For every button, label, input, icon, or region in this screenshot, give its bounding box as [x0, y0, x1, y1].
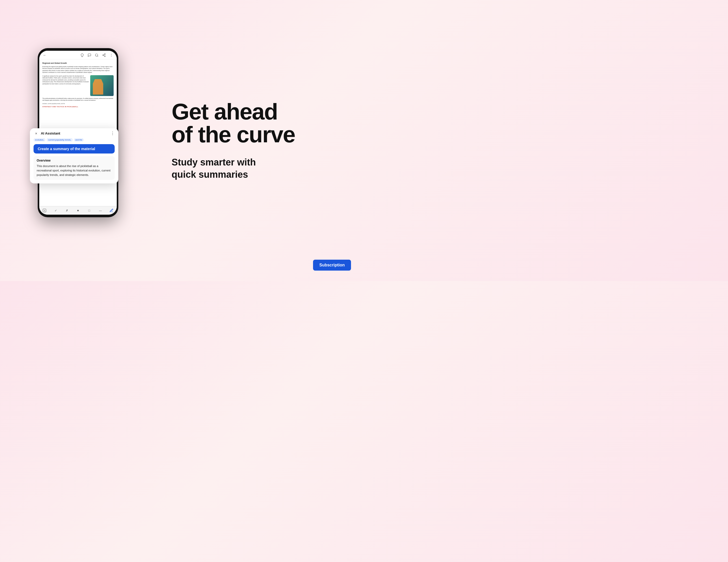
dash-icon[interactable]: —: [98, 208, 103, 213]
svg-point-2: [105, 54, 106, 55]
rect-icon[interactable]: □: [87, 208, 92, 213]
ai-close-button[interactable]: ×: [34, 131, 39, 136]
search-icon[interactable]: [94, 53, 99, 57]
overview-box: Overview This document is about the rise…: [34, 156, 115, 180]
dot-icon[interactable]: •: [75, 208, 81, 213]
headline-line1: Get ahead: [172, 99, 277, 124]
back-icon[interactable]: ←: [42, 53, 47, 57]
left-section: ←: [0, 0, 156, 281]
doc-two-col: A significant catalyst for the sport's g…: [42, 75, 114, 96]
doc-fade: [39, 196, 117, 206]
overview-title: Overview: [37, 159, 112, 162]
more-icon[interactable]: ⋮: [109, 53, 114, 57]
headline-line2: of the curve: [172, 121, 295, 147]
share-icon[interactable]: [102, 53, 106, 57]
text-icon[interactable]: A: [42, 208, 47, 213]
overview-text: This document is about the rise of pickl…: [37, 164, 112, 177]
doc-paragraph1: Examining the regional and global growth…: [42, 66, 114, 74]
headline: Get ahead of the curve: [172, 100, 343, 146]
doc-title: Regional and Global Growth: [42, 62, 114, 65]
ai-more-button[interactable]: ⋮: [111, 131, 115, 136]
pen-icon[interactable]: [109, 208, 114, 213]
doc-chips-text: evolution, current popularity trends, an…: [42, 103, 114, 105]
svg-point-0: [95, 54, 98, 56]
doc-paragraph2: A significant catalyst for the sport's g…: [42, 75, 89, 96]
ai-chip-1: evolution,: [34, 138, 45, 141]
right-section: Get ahead of the curve Study smarter wit…: [156, 0, 364, 281]
topbar-icons: ⋮: [80, 53, 114, 57]
highlight-icon[interactable]: [80, 53, 85, 57]
doc-image: [90, 75, 114, 96]
ai-chip-2: current popularity trends,: [47, 138, 73, 141]
ai-chip-3: and the: [74, 138, 84, 141]
cross-icon[interactable]: ✗: [64, 208, 69, 213]
ai-header-left: × AI Assistant: [34, 131, 60, 136]
ai-panel-header: × AI Assistant ⋮: [30, 128, 118, 138]
summary-button[interactable]: Create a summary of the material: [34, 144, 115, 153]
phone-topbar: ←: [39, 51, 117, 59]
svg-text:A: A: [44, 210, 45, 211]
svg-line-1: [97, 56, 98, 57]
comment-icon[interactable]: [87, 53, 92, 57]
check-icon[interactable]: ✓: [53, 208, 58, 213]
phone-bottombar: A ✓ ✗ • □ —: [39, 206, 117, 215]
doc-paragraph3: The professionalization of pickleball fu…: [42, 98, 114, 101]
doc-content: Regional and Global Growth Examining the…: [39, 59, 117, 111]
svg-point-4: [105, 56, 106, 57]
subscription-badge[interactable]: Subscription: [313, 260, 351, 270]
ai-panel: × AI Assistant ⋮ evolution, current popu…: [30, 128, 118, 183]
svg-line-5: [103, 55, 105, 56]
doc-section2-title: STRATEGY AND TACTICS IN PICKLEBALL: [42, 106, 114, 108]
subheadline-line1: Study smarter with: [172, 157, 256, 167]
svg-line-6: [103, 54, 105, 55]
subheadline: Study smarter with quick summaries: [172, 156, 343, 181]
subheadline-line2: quick summaries: [172, 169, 248, 180]
ai-title: AI Assistant: [41, 131, 60, 135]
ai-chips: evolution, current popularity trends, an…: [30, 138, 118, 143]
phone-container: ←: [38, 48, 118, 217]
svg-point-3: [103, 55, 104, 56]
